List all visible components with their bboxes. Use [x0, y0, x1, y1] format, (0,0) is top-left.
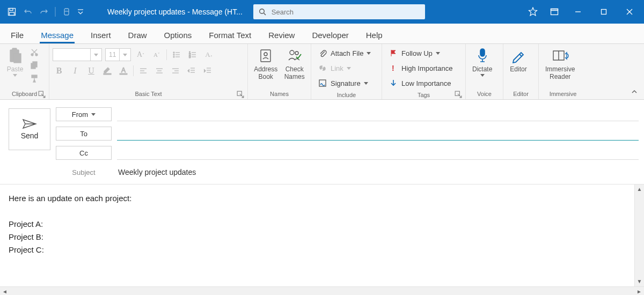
tab-message[interactable]: Message: [40, 26, 75, 43]
svg-rect-16: [12, 48, 17, 51]
svg-point-57: [290, 50, 294, 55]
cut-button[interactable]: [28, 46, 41, 59]
qat-customize-icon[interactable]: [75, 4, 86, 19]
scroll-right-icon[interactable]: ►: [634, 287, 644, 295]
scroll-down-icon[interactable]: ▼: [635, 277, 644, 286]
svg-line-8: [264, 13, 266, 16]
subject-field[interactable]: Weekly project updates: [117, 165, 639, 179]
divider-icon: [53, 4, 58, 19]
ribbon-display-icon[interactable]: [544, 0, 565, 24]
minimize-button[interactable]: [566, 0, 590, 24]
search-box[interactable]: [253, 4, 425, 19]
body-line: Project B:: [9, 231, 634, 244]
align-left-button[interactable]: [137, 64, 150, 77]
numbering-button[interactable]: 123: [186, 48, 199, 61]
group-basic-text: 11 A˄ A˅ 123 Aₓ B I U A: [49, 44, 248, 99]
font-name-combo[interactable]: [53, 48, 102, 61]
check-names-button[interactable]: Check Names: [281, 46, 308, 80]
dialog-launcher-icon[interactable]: [38, 91, 46, 98]
follow-up-button[interactable]: Follow Up: [385, 46, 443, 60]
group-label: Names: [270, 91, 289, 97]
tab-review[interactable]: Review: [267, 26, 296, 43]
format-painter-button[interactable]: [28, 72, 41, 85]
bullets-button[interactable]: [170, 48, 183, 61]
save-icon[interactable]: [4, 4, 19, 19]
cc-field[interactable]: [117, 146, 639, 160]
address-book-button[interactable]: Address Book: [251, 46, 280, 80]
group-clipboard: Paste Clipboard: [0, 44, 49, 99]
font-color-button[interactable]: A: [117, 64, 130, 77]
chevron-down-icon: [13, 74, 17, 77]
redo-icon[interactable]: [36, 4, 52, 19]
dictate-button[interactable]: Dictate: [469, 46, 495, 77]
attach-file-button[interactable]: Attach File: [314, 46, 374, 60]
vertical-scrollbar[interactable]: ▲ ▼: [634, 185, 644, 286]
collapse-ribbon-button[interactable]: [629, 86, 640, 97]
to-button[interactable]: To: [56, 127, 112, 141]
from-field[interactable]: [117, 107, 639, 121]
microphone-icon: [474, 47, 491, 64]
svg-rect-38: [120, 73, 127, 75]
undo-icon[interactable]: [20, 4, 35, 19]
scroll-up-icon[interactable]: ▲: [635, 185, 644, 194]
address-book-icon: [257, 47, 274, 64]
search-input[interactable]: [270, 8, 420, 17]
italic-button[interactable]: I: [69, 64, 82, 77]
high-importance-button[interactable]: ! High Importance: [385, 61, 456, 75]
svg-line-64: [519, 54, 522, 56]
send-button[interactable]: Send: [9, 108, 50, 150]
bold-button[interactable]: B: [53, 64, 65, 77]
immersive-reader-icon: [552, 47, 569, 64]
align-center-button[interactable]: [153, 64, 166, 77]
tab-format-text[interactable]: Format Text: [208, 26, 252, 43]
quick-access-toolbar: [0, 4, 86, 19]
group-editor: Editor Editor: [503, 44, 539, 99]
cc-button[interactable]: Cc: [56, 146, 112, 160]
svg-text:!: !: [392, 64, 394, 72]
tab-options[interactable]: Options: [163, 26, 193, 43]
maximize-button[interactable]: [591, 0, 616, 24]
low-importance-button[interactable]: Low Importance: [385, 76, 455, 90]
from-button[interactable]: From: [56, 107, 112, 121]
paste-button[interactable]: Paste: [3, 46, 27, 77]
shrink-font-button[interactable]: A˅: [150, 48, 163, 61]
scroll-left-icon[interactable]: ◄: [0, 287, 10, 295]
tab-developer[interactable]: Developer: [311, 26, 349, 43]
signature-button[interactable]: Signature: [314, 76, 371, 90]
underline-button[interactable]: U: [85, 64, 98, 77]
highlight-button[interactable]: [101, 64, 114, 77]
immersive-reader-button[interactable]: Immersive Reader: [542, 46, 578, 80]
flag-icon: [389, 48, 398, 58]
tab-help[interactable]: Help: [365, 26, 384, 43]
body-line: Project A:: [9, 218, 634, 231]
tab-draw[interactable]: Draw: [127, 26, 148, 43]
link-icon: [318, 63, 327, 73]
svg-rect-21: [33, 62, 37, 67]
editor-button[interactable]: Editor: [507, 46, 530, 73]
horizontal-scrollbar[interactable]: ◄ ►: [0, 286, 644, 295]
group-label: Editor: [513, 91, 529, 97]
tab-file[interactable]: File: [10, 26, 25, 43]
copy-button[interactable]: [28, 59, 41, 72]
compose-header: Send From To Cc Subject Weekly project u…: [0, 100, 644, 185]
decrease-indent-button[interactable]: [185, 64, 198, 77]
message-body[interactable]: Here is an update on each project: Proje…: [0, 185, 644, 286]
close-button[interactable]: [617, 0, 642, 24]
align-right-button[interactable]: [169, 64, 182, 77]
touch-mouse-icon[interactable]: [59, 4, 74, 19]
svg-point-24: [173, 52, 174, 53]
dialog-launcher-icon[interactable]: [237, 91, 244, 98]
coming-soon-icon[interactable]: [523, 0, 543, 24]
group-names: Address Book Check Names Names: [248, 44, 311, 99]
dialog-launcher-icon[interactable]: [455, 91, 462, 98]
svg-point-7: [260, 9, 265, 14]
clear-formatting-button[interactable]: Aₓ: [202, 48, 215, 61]
link-button[interactable]: Link: [314, 61, 354, 75]
window-controls: [523, 0, 644, 24]
font-size-combo[interactable]: 11: [105, 48, 131, 61]
increase-indent-button[interactable]: [201, 64, 214, 77]
to-field[interactable]: [117, 127, 639, 141]
tab-insert[interactable]: Insert: [90, 26, 112, 43]
grow-font-button[interactable]: A˄: [134, 48, 147, 61]
title-bar: Weekly project updates - Message (HT...: [0, 0, 644, 24]
